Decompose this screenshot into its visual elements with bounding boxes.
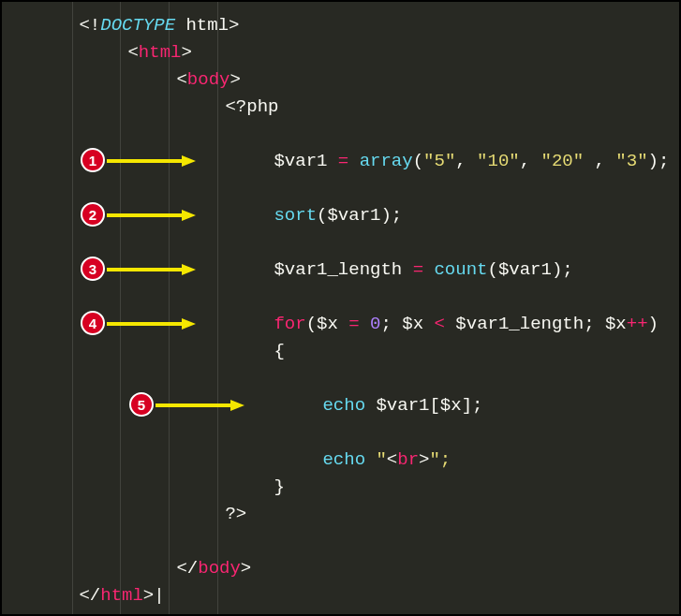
string-literal: "10" xyxy=(477,151,520,171)
keyword-echo: echo xyxy=(322,449,365,470)
paren-open: ( xyxy=(317,205,327,226)
arrow-icon xyxy=(107,208,197,223)
number-literal: 0 xyxy=(370,314,380,334)
annotation-badge-3: 3 xyxy=(81,257,105,281)
code-editor: <!DOCTYPE html> <html> <body> <?php $var… xyxy=(2,2,679,614)
paren-close: ) xyxy=(648,314,659,334)
semicolon: ; xyxy=(380,314,402,334)
paren-open: ( xyxy=(306,314,317,334)
bracket-open: < xyxy=(387,449,397,470)
function-count: count xyxy=(434,259,487,280)
arrow-icon xyxy=(107,316,197,331)
paren-open: ( xyxy=(487,259,497,280)
annotation-badge-4: 4 xyxy=(81,311,105,335)
variable: $var1 xyxy=(274,151,327,171)
paren-open: ( xyxy=(413,151,423,171)
svg-marker-1 xyxy=(182,155,196,167)
comma: , xyxy=(455,151,477,171)
brace-open: { xyxy=(274,341,284,361)
function-sort: sort xyxy=(274,205,317,226)
code-line: <?php xyxy=(15,93,666,120)
comma: , xyxy=(520,151,541,171)
arrow-icon xyxy=(107,154,197,169)
operator-equals: = xyxy=(327,151,359,171)
variable: $x xyxy=(317,314,338,334)
cursor-caret: | xyxy=(154,585,164,606)
brace-close: } xyxy=(274,477,284,497)
paren-close: ); xyxy=(380,205,402,226)
quote-open: " xyxy=(376,449,386,470)
arrow-icon xyxy=(155,398,245,413)
operator-lt: < xyxy=(423,314,455,334)
variable: $x xyxy=(440,395,462,416)
string-literal: "20" xyxy=(541,151,585,171)
body-tag: body xyxy=(198,558,241,579)
variable: $var1 xyxy=(327,205,380,226)
bracket-open: [ xyxy=(429,395,439,416)
semicolon: ; xyxy=(584,314,605,334)
arrow-icon xyxy=(107,262,197,277)
br-tag: br xyxy=(397,449,419,470)
svg-marker-5 xyxy=(182,264,196,275)
keyword-echo: echo xyxy=(322,395,365,416)
svg-marker-9 xyxy=(230,400,244,411)
bracket-close: ]; xyxy=(462,395,483,416)
bracket-close: > xyxy=(229,15,239,36)
code-line: </html>| xyxy=(15,581,666,609)
php-open-tag: <?php xyxy=(225,96,278,117)
operator-equals: = xyxy=(338,314,370,334)
variable: $var1_length xyxy=(455,314,584,334)
space xyxy=(365,449,376,470)
html-tag: html xyxy=(100,585,143,606)
comma: , xyxy=(584,151,615,171)
variable: $var1 xyxy=(376,395,429,416)
bracket-close: > xyxy=(143,585,154,606)
string-literal: "3" xyxy=(615,151,647,171)
annotation-badge-2: 2 xyxy=(81,202,105,227)
bracket-close: > xyxy=(419,449,429,470)
svg-marker-3 xyxy=(182,210,196,221)
variable: $var1_length xyxy=(274,259,402,280)
string-literal: "5" xyxy=(423,151,455,171)
paren-close: ); xyxy=(648,151,670,171)
annotation-badge-1: 1 xyxy=(81,148,105,172)
svg-marker-7 xyxy=(182,318,196,330)
quote-close: "; xyxy=(429,449,451,470)
php-close-tag: ?> xyxy=(225,504,246,524)
variable: $x xyxy=(402,314,423,334)
operator-equals: = xyxy=(402,259,434,280)
space xyxy=(365,395,376,416)
bracket-open: </ xyxy=(79,585,100,606)
variable: $x xyxy=(605,314,627,334)
code-line: ?> xyxy=(15,500,666,527)
function-array: array xyxy=(360,151,413,171)
variable: $var1 xyxy=(498,259,552,280)
annotation-badge-5: 5 xyxy=(129,392,154,417)
paren-close: ); xyxy=(552,259,573,280)
bracket-close: > xyxy=(241,558,251,579)
code-line: echo $var1[$x]; xyxy=(15,391,666,418)
bracket-open: </ xyxy=(176,558,198,579)
operator-increment: ++ xyxy=(627,314,648,334)
